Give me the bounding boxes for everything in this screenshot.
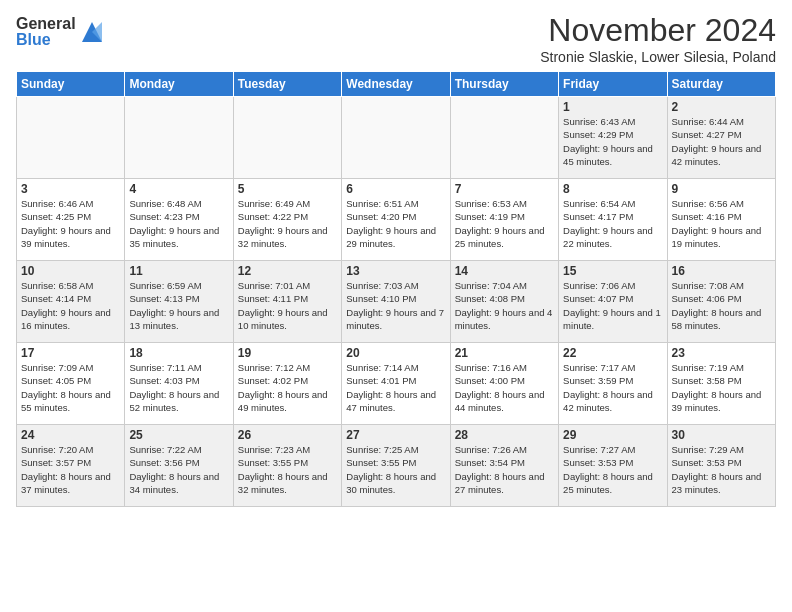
day-number: 13: [346, 264, 445, 278]
day-number: 23: [672, 346, 771, 360]
table-row: 23Sunrise: 7:19 AMSunset: 3:58 PMDayligh…: [667, 343, 775, 425]
day-info: Sunrise: 7:06 AMSunset: 4:07 PMDaylight:…: [563, 279, 662, 332]
sunrise-label: Sunrise: 7:03 AM: [346, 280, 418, 291]
sunrise-label: Sunrise: 7:12 AM: [238, 362, 310, 373]
header-friday: Friday: [559, 72, 667, 97]
day-info: Sunrise: 7:04 AMSunset: 4:08 PMDaylight:…: [455, 279, 554, 332]
sunset-label: Sunset: 3:57 PM: [21, 457, 91, 468]
calendar-week-row: 3Sunrise: 6:46 AMSunset: 4:25 PMDaylight…: [17, 179, 776, 261]
day-info: Sunrise: 7:08 AMSunset: 4:06 PMDaylight:…: [672, 279, 771, 332]
page: General Blue November 2024 Stronie Slask…: [0, 0, 792, 515]
table-row: 22Sunrise: 7:17 AMSunset: 3:59 PMDayligh…: [559, 343, 667, 425]
day-info: Sunrise: 6:43 AMSunset: 4:29 PMDaylight:…: [563, 115, 662, 168]
sunrise-label: Sunrise: 7:06 AM: [563, 280, 635, 291]
sunset-label: Sunset: 3:53 PM: [563, 457, 633, 468]
daylight-label: Daylight: 8 hours and 49 minutes.: [238, 389, 328, 413]
day-number: 5: [238, 182, 337, 196]
sunrise-label: Sunrise: 6:48 AM: [129, 198, 201, 209]
day-info: Sunrise: 7:03 AMSunset: 4:10 PMDaylight:…: [346, 279, 445, 332]
table-row: 21Sunrise: 7:16 AMSunset: 4:00 PMDayligh…: [450, 343, 558, 425]
day-number: 7: [455, 182, 554, 196]
day-info: Sunrise: 7:19 AMSunset: 3:58 PMDaylight:…: [672, 361, 771, 414]
daylight-label: Daylight: 8 hours and 23 minutes.: [672, 471, 762, 495]
day-info: Sunrise: 7:23 AMSunset: 3:55 PMDaylight:…: [238, 443, 337, 496]
daylight-label: Daylight: 9 hours and 45 minutes.: [563, 143, 653, 167]
daylight-label: Daylight: 8 hours and 52 minutes.: [129, 389, 219, 413]
sunset-label: Sunset: 3:56 PM: [129, 457, 199, 468]
day-number: 9: [672, 182, 771, 196]
daylight-label: Daylight: 9 hours and 29 minutes.: [346, 225, 436, 249]
day-info: Sunrise: 7:27 AMSunset: 3:53 PMDaylight:…: [563, 443, 662, 496]
sunset-label: Sunset: 3:53 PM: [672, 457, 742, 468]
sunrise-label: Sunrise: 6:46 AM: [21, 198, 93, 209]
daylight-label: Daylight: 8 hours and 30 minutes.: [346, 471, 436, 495]
day-info: Sunrise: 7:09 AMSunset: 4:05 PMDaylight:…: [21, 361, 120, 414]
table-row: 11Sunrise: 6:59 AMSunset: 4:13 PMDayligh…: [125, 261, 233, 343]
table-row: 6Sunrise: 6:51 AMSunset: 4:20 PMDaylight…: [342, 179, 450, 261]
day-number: 16: [672, 264, 771, 278]
sunset-label: Sunset: 3:55 PM: [346, 457, 416, 468]
daylight-label: Daylight: 8 hours and 47 minutes.: [346, 389, 436, 413]
day-number: 14: [455, 264, 554, 278]
weekday-header-row: Sunday Monday Tuesday Wednesday Thursday…: [17, 72, 776, 97]
table-row: 1Sunrise: 6:43 AMSunset: 4:29 PMDaylight…: [559, 97, 667, 179]
day-info: Sunrise: 6:49 AMSunset: 4:22 PMDaylight:…: [238, 197, 337, 250]
sunrise-label: Sunrise: 6:43 AM: [563, 116, 635, 127]
sunset-label: Sunset: 4:29 PM: [563, 129, 633, 140]
daylight-label: Daylight: 9 hours and 13 minutes.: [129, 307, 219, 331]
day-info: Sunrise: 7:20 AMSunset: 3:57 PMDaylight:…: [21, 443, 120, 496]
sunrise-label: Sunrise: 6:56 AM: [672, 198, 744, 209]
day-number: 24: [21, 428, 120, 442]
daylight-label: Daylight: 8 hours and 34 minutes.: [129, 471, 219, 495]
sunset-label: Sunset: 4:22 PM: [238, 211, 308, 222]
daylight-label: Daylight: 8 hours and 42 minutes.: [563, 389, 653, 413]
sunset-label: Sunset: 3:58 PM: [672, 375, 742, 386]
header-thursday: Thursday: [450, 72, 558, 97]
sunset-label: Sunset: 4:01 PM: [346, 375, 416, 386]
table-row: 16Sunrise: 7:08 AMSunset: 4:06 PMDayligh…: [667, 261, 775, 343]
sunset-label: Sunset: 4:03 PM: [129, 375, 199, 386]
day-number: 26: [238, 428, 337, 442]
daylight-label: Daylight: 9 hours and 32 minutes.: [238, 225, 328, 249]
table-row: 12Sunrise: 7:01 AMSunset: 4:11 PMDayligh…: [233, 261, 341, 343]
daylight-label: Daylight: 9 hours and 39 minutes.: [21, 225, 111, 249]
day-number: 29: [563, 428, 662, 442]
table-row: 8Sunrise: 6:54 AMSunset: 4:17 PMDaylight…: [559, 179, 667, 261]
sunset-label: Sunset: 4:10 PM: [346, 293, 416, 304]
sunset-label: Sunset: 4:25 PM: [21, 211, 91, 222]
day-info: Sunrise: 6:54 AMSunset: 4:17 PMDaylight:…: [563, 197, 662, 250]
day-info: Sunrise: 7:16 AMSunset: 4:00 PMDaylight:…: [455, 361, 554, 414]
daylight-label: Daylight: 9 hours and 7 minutes.: [346, 307, 444, 331]
daylight-label: Daylight: 8 hours and 37 minutes.: [21, 471, 111, 495]
calendar-week-row: 1Sunrise: 6:43 AMSunset: 4:29 PMDaylight…: [17, 97, 776, 179]
table-row: [17, 97, 125, 179]
logo: General Blue: [16, 16, 106, 48]
table-row: 2Sunrise: 6:44 AMSunset: 4:27 PMDaylight…: [667, 97, 775, 179]
day-number: 1: [563, 100, 662, 114]
logo-general: General: [16, 16, 76, 32]
day-number: 15: [563, 264, 662, 278]
day-info: Sunrise: 7:11 AMSunset: 4:03 PMDaylight:…: [129, 361, 228, 414]
day-info: Sunrise: 6:59 AMSunset: 4:13 PMDaylight:…: [129, 279, 228, 332]
day-number: 3: [21, 182, 120, 196]
day-number: 30: [672, 428, 771, 442]
sunset-label: Sunset: 4:16 PM: [672, 211, 742, 222]
day-number: 25: [129, 428, 228, 442]
table-row: 10Sunrise: 6:58 AMSunset: 4:14 PMDayligh…: [17, 261, 125, 343]
table-row: 25Sunrise: 7:22 AMSunset: 3:56 PMDayligh…: [125, 425, 233, 507]
day-number: 22: [563, 346, 662, 360]
sunrise-label: Sunrise: 6:53 AM: [455, 198, 527, 209]
day-number: 6: [346, 182, 445, 196]
daylight-label: Daylight: 8 hours and 39 minutes.: [672, 389, 762, 413]
daylight-label: Daylight: 9 hours and 1 minute.: [563, 307, 661, 331]
header-monday: Monday: [125, 72, 233, 97]
daylight-label: Daylight: 8 hours and 25 minutes.: [563, 471, 653, 495]
day-info: Sunrise: 6:58 AMSunset: 4:14 PMDaylight:…: [21, 279, 120, 332]
sunrise-label: Sunrise: 7:04 AM: [455, 280, 527, 291]
daylight-label: Daylight: 9 hours and 4 minutes.: [455, 307, 553, 331]
day-number: 10: [21, 264, 120, 278]
sunset-label: Sunset: 4:17 PM: [563, 211, 633, 222]
day-number: 21: [455, 346, 554, 360]
sunrise-label: Sunrise: 6:49 AM: [238, 198, 310, 209]
day-number: 20: [346, 346, 445, 360]
